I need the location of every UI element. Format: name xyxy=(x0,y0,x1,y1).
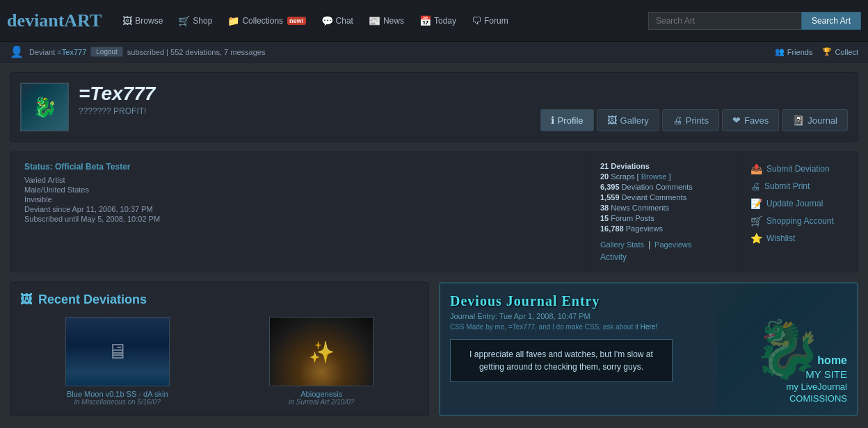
profile-header: 🐉 =Tex777 ??????? PROFIT! ℹ Profile 🖼 Ga… xyxy=(10,72,858,142)
deviation-title-abiogenesis[interactable]: Abiogenesis xyxy=(225,390,419,398)
collect-link[interactable]: 🏆 Collect xyxy=(822,47,858,56)
journal-date: Journal Entry: Tue Apr 1, 2008, 10:47 PM xyxy=(450,312,847,320)
profile-tab-label: Profile xyxy=(558,115,584,126)
journal-css-link[interactable]: Here! xyxy=(641,323,657,331)
tab-faves[interactable]: ❤ Faves xyxy=(722,109,779,131)
nav-news[interactable]: 📰 News xyxy=(362,13,411,29)
news-icon: 📰 xyxy=(369,15,380,26)
location: Male/United States xyxy=(24,186,572,194)
bottom-grid: 🖼 Recent Deviations Blue Moon v0.1b SS -… xyxy=(10,282,858,416)
friends-icon: 👥 xyxy=(775,47,785,56)
visibility: Invisible xyxy=(24,195,572,204)
deviant-icon: 👤 xyxy=(10,45,24,58)
forum-icon: 🗨 xyxy=(472,15,481,26)
nav-today[interactable]: 📅 Today xyxy=(412,13,463,29)
nav-chat[interactable]: 💬 Chat xyxy=(314,13,360,29)
profile-info: Status: Official Beta Tester Varied Arti… xyxy=(10,152,586,272)
top-navigation: deviantART 🖼 Browse 🛒 Shop 📁 Collections… xyxy=(0,0,868,42)
update-journal-btn[interactable]: 📝 Update Journal xyxy=(750,197,846,211)
user-status: subscribed | 552 deviations, 7 messages xyxy=(127,48,266,56)
status-official: Status: Official Beta Tester xyxy=(24,162,572,172)
collect-label: Collect xyxy=(835,48,858,56)
stat-news-comments: 38 News Comments xyxy=(600,204,725,212)
stat-deviations: 21 Deviations xyxy=(600,162,725,170)
logout-button[interactable]: Logout xyxy=(90,47,123,57)
recent-deviations-title: Recent Deviations xyxy=(38,293,147,307)
submit-deviation-icon: 📤 xyxy=(750,163,762,174)
update-journal-icon: 📝 xyxy=(750,198,762,209)
chat-icon: 💬 xyxy=(321,15,333,26)
today-label: Today xyxy=(434,16,456,26)
search-input[interactable] xyxy=(648,12,801,30)
scraps-browse-link[interactable]: Browse xyxy=(641,172,667,181)
shopping-account-icon: 🛒 xyxy=(750,215,762,227)
recent-deviations-panel: 🖼 Recent Deviations Blue Moon v0.1b SS -… xyxy=(10,282,429,416)
prints-tab-icon: 🖨 xyxy=(673,115,682,126)
deviation-title-bluemoon[interactable]: Blue Moon v0.1b SS - dA skin xyxy=(20,390,215,398)
pageviews-link[interactable]: Pageviews xyxy=(654,240,691,249)
artist-type: Varied Artist xyxy=(24,176,572,184)
commissions-link[interactable]: COMISSIONS xyxy=(787,393,847,404)
home-link[interactable]: home xyxy=(787,354,847,367)
deviations-grid: Blue Moon v0.1b SS - dA skin in Miscella… xyxy=(20,317,419,406)
avatar-image: 🐉 xyxy=(22,84,67,130)
tab-prints[interactable]: 🖨 Prints xyxy=(662,109,719,131)
actions-panel: 📤 Submit Deviation 🖨 Submit Print 📝 Upda… xyxy=(739,152,858,272)
browse-icon: 🖼 xyxy=(122,15,132,26)
mysite-link[interactable]: MY SITE xyxy=(787,368,847,380)
chat-label: Chat xyxy=(336,16,353,26)
submit-print-icon: 🖨 xyxy=(750,181,760,192)
deviation-category-abiogenesis: in Surreal Art 2/10/0? xyxy=(225,398,419,406)
member-since: Deviant since Apr 11, 2006, 10:37 PM xyxy=(24,205,572,213)
deviation-thumb-bluemoon[interactable] xyxy=(65,317,170,386)
deviation-item-abiogenesis: Abiogenesis in Surreal Art 2/10/0? xyxy=(225,317,419,406)
deviation-item-bluemoon: Blue Moon v0.1b SS - dA skin in Miscella… xyxy=(20,317,215,406)
thumb-image-abiogenesis xyxy=(270,318,373,386)
today-icon: 📅 xyxy=(419,15,431,26)
nav-shop[interactable]: 🛒 Shop xyxy=(171,13,219,29)
shopping-account-btn[interactable]: 🛒 Shopping Account xyxy=(750,214,846,228)
deviations-section-icon: 🖼 xyxy=(20,293,33,307)
tab-profile[interactable]: ℹ Profile xyxy=(540,109,594,131)
deviation-category-bluemoon: in Miscellaneous on 5/16/0? xyxy=(20,398,215,406)
tab-gallery[interactable]: 🖼 Gallery xyxy=(597,109,659,131)
journal-css-note: CSS Made by me, =Tex777, and I do make C… xyxy=(450,323,847,331)
journal-title: Devious Journal Entry xyxy=(450,293,847,309)
gallery-tab-label: Gallery xyxy=(620,115,649,126)
news-label: News xyxy=(383,16,404,26)
nav-collections[interactable]: 📁 Collections new! xyxy=(220,13,312,29)
shop-icon: 🛒 xyxy=(178,15,190,26)
collect-icon: 🏆 xyxy=(822,47,832,56)
submit-deviation-btn[interactable]: 📤 Submit Deviation xyxy=(750,162,846,176)
prints-tab-label: Prints xyxy=(686,115,709,126)
section-title: 🖼 Recent Deviations xyxy=(20,293,419,307)
site-logo[interactable]: deviantART xyxy=(7,10,102,31)
journal-section: 🐉 Devious Journal Entry Journal Entry: T… xyxy=(439,282,858,416)
submit-print-btn[interactable]: 🖨 Submit Print xyxy=(750,179,846,193)
deviation-thumb-abiogenesis[interactable] xyxy=(269,317,373,386)
search-button[interactable]: Search Art xyxy=(801,12,861,30)
activity-link[interactable]: Activity xyxy=(600,252,627,262)
thumb-image-bluemoon xyxy=(66,318,169,386)
livejournal-link[interactable]: my LiveJournal xyxy=(787,381,847,392)
nav-forum[interactable]: 🗨 Forum xyxy=(465,13,515,29)
stat-forum-posts: 15 Forum Posts xyxy=(600,214,725,222)
avatar: 🐉 xyxy=(20,83,69,131)
tab-journal[interactable]: 📓 Journal xyxy=(782,109,848,131)
user-bar: 👤 Deviant =Tex777 Logout subscribed | 55… xyxy=(0,42,868,63)
journal-tab-icon: 📓 xyxy=(792,115,804,126)
stat-scraps: 20 Scraps [ Browse ] xyxy=(600,172,725,181)
nav-browse[interactable]: 🖼 Browse xyxy=(115,13,170,29)
profile-tagline: ??????? PROFIT! xyxy=(79,106,531,116)
stat-pageviews: 16,788 Pageviews xyxy=(600,224,725,233)
gallery-stats-link[interactable]: Gallery Stats xyxy=(600,240,644,249)
journal-tab-label: Journal xyxy=(807,115,837,126)
stat-deviant-comments: 1,559 Deviant Comments xyxy=(600,193,725,201)
username-link[interactable]: =Tex777 xyxy=(57,48,86,56)
right-actions: 👥 Friends 🏆 Collect xyxy=(775,47,858,56)
collections-label: Collections xyxy=(242,16,283,26)
stats-footer: Gallery Stats | Pageviews xyxy=(600,240,725,249)
stat-deviation-comments: 6,395 Deviation Comments xyxy=(600,183,725,191)
wishlist-btn[interactable]: ⭐ Wishlist xyxy=(750,231,846,245)
friends-link[interactable]: 👥 Friends xyxy=(775,47,813,56)
